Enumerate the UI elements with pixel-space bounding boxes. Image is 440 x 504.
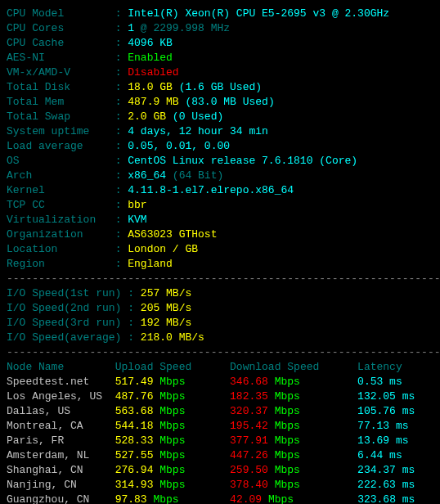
net-header: Node Name Upload Speed Download Speed La… xyxy=(7,360,433,375)
divider: ----------------------------------------… xyxy=(7,272,433,286)
divider: ----------------------------------------… xyxy=(7,345,433,360)
sysinfo-row: CPU Cores : 1 @ 2299.998 MHz xyxy=(7,21,433,36)
sysinfo-row: Location : London / GB xyxy=(7,242,433,257)
io-row: I/O Speed(2nd run) : 205 MB/s xyxy=(7,301,433,316)
sysinfo-row: Organization : AS63023 GTHost xyxy=(7,227,433,242)
sysinfo-row: CPU Cache : 4096 KB xyxy=(7,36,433,51)
sysinfo-row: VM-x/AMD-V : Disabled xyxy=(7,65,433,80)
sysinfo-row: Kernel : 4.11.8-1.el7.elrepo.x86_64 xyxy=(7,183,433,198)
sysinfo-row: TCP CC : bbr xyxy=(7,198,433,213)
net-row: Los Angeles, US 487.76 Mbps 182.35 Mbps … xyxy=(7,389,433,404)
io-row: I/O Speed(average) : 218.0 MB/s xyxy=(7,331,433,345)
io-row: I/O Speed(3rd run) : 192 MB/s xyxy=(7,316,433,331)
net-row: Speedtest.net 517.49 Mbps 346.68 Mbps 0.… xyxy=(7,375,433,389)
net-row: Paris, FR 528.33 Mbps 377.91 Mbps 13.69 … xyxy=(7,434,433,448)
net-row: Shanghai, CN 276.94 Mbps 259.50 Mbps 234… xyxy=(7,463,433,478)
net-row: Montreal, CA 544.18 Mbps 195.42 Mbps 77.… xyxy=(7,419,433,434)
sysinfo-row: System uptime : 4 days, 12 hour 34 min xyxy=(7,124,433,139)
sysinfo-row: CPU Model : Intel(R) Xeon(R) CPU E5-2695… xyxy=(7,7,433,21)
net-row: Guangzhou, CN 97.83 Mbps 42.09 Mbps 323.… xyxy=(7,493,433,504)
terminal-output: CPU Model : Intel(R) Xeon(R) CPU E5-2695… xyxy=(7,7,433,504)
net-row: Nanjing, CN 314.93 Mbps 378.40 Mbps 222.… xyxy=(7,478,433,493)
sysinfo-row: Arch : x86_64 (64 Bit) xyxy=(7,169,433,183)
sysinfo-row: AES-NI : Enabled xyxy=(7,51,433,65)
io-row: I/O Speed(1st run) : 257 MB/s xyxy=(7,286,433,301)
sysinfo-row: Load average : 0.05, 0.01, 0.00 xyxy=(7,139,433,154)
sysinfo-row: OS : CentOS Linux release 7.6.1810 (Core… xyxy=(7,154,433,169)
sysinfo-row: Total Swap : 2.0 GB (0 Used) xyxy=(7,110,433,124)
sysinfo-row: Region : England xyxy=(7,257,433,272)
net-row: Dallas, US 563.68 Mbps 320.37 Mbps 105.7… xyxy=(7,404,433,419)
net-row: Amsterdam, NL 527.55 Mbps 447.26 Mbps 6.… xyxy=(7,448,433,463)
sysinfo-row: Total Mem : 487.9 MB (83.0 MB Used) xyxy=(7,95,433,110)
sysinfo-row: Virtualization : KVM xyxy=(7,213,433,227)
sysinfo-row: Total Disk : 18.0 GB (1.6 GB Used) xyxy=(7,80,433,95)
